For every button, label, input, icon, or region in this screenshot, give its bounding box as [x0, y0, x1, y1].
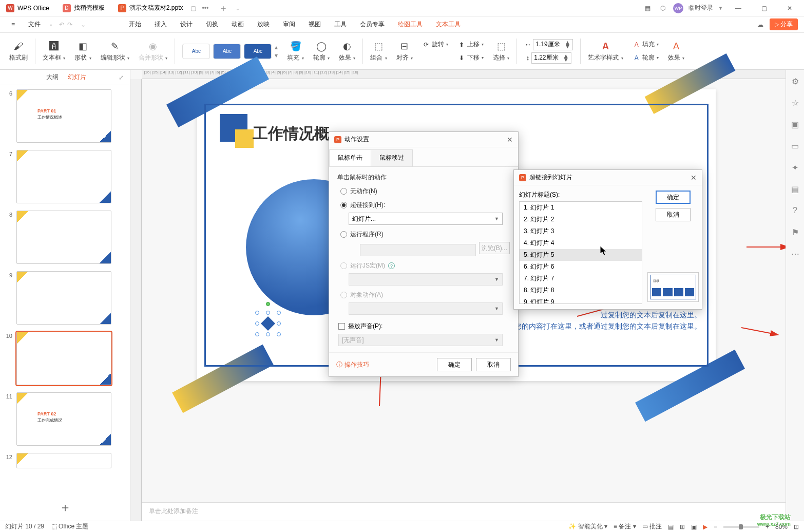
edit-shape-button[interactable]: ✎编辑形状 ▾ — [101, 40, 129, 62]
menu-review[interactable]: 审阅 — [278, 18, 300, 31]
app-tab[interactable]: W WPS Office — [0, 1, 55, 15]
comments-toggle[interactable]: ▭ 批注 — [642, 522, 662, 531]
wordart-button[interactable]: A艺术字样式 ▾ — [588, 40, 623, 62]
qat-caret-icon[interactable]: ⌄ — [81, 21, 86, 28]
list-item[interactable]: 8. 幻灯片 8 — [520, 284, 642, 296]
radio-hyperlink[interactable]: 超链接到(H): — [340, 201, 510, 210]
list-item[interactable]: 2. 幻灯片 2 — [520, 214, 642, 225]
menu-drawing-tools[interactable]: 绘图工具 — [393, 18, 428, 31]
move-down-button[interactable]: ⬇下移 ▾ — [457, 52, 484, 64]
menu-vip[interactable]: 会员专享 — [355, 18, 390, 31]
sidebar-magic-icon[interactable]: ✦ — [790, 162, 800, 173]
tips-link[interactable]: ⓘ操作技巧 — [336, 360, 369, 369]
outline-tab[interactable]: 大纲 — [46, 73, 59, 82]
notes-area[interactable]: 单击此处添加备注 — [142, 502, 786, 521]
format-painter-button[interactable]: 🖌格式刷 — [9, 40, 28, 62]
login-caret-icon[interactable]: ▼ — [718, 6, 723, 11]
thumbnail-11[interactable]: PART 02工作完成情况 — [16, 392, 111, 446]
template-tab[interactable]: D 找稻壳模板 — [56, 1, 111, 15]
menu-start[interactable]: 开始 — [124, 18, 146, 31]
theme-label[interactable]: ⬚Office 主题 — [51, 522, 88, 531]
fit-button[interactable]: ⊡ — [794, 523, 799, 530]
close-button[interactable]: ✕ — [779, 1, 800, 16]
thumbnail-7[interactable] — [16, 150, 111, 203]
view-sorter-icon[interactable]: ⊞ — [680, 523, 685, 530]
hyperlink-combo[interactable]: 幻灯片...▼ — [349, 213, 503, 225]
notes-toggle[interactable]: ≡ 备注 ▾ — [614, 522, 636, 531]
textbox-button[interactable]: 🅰文本框 ▾ — [43, 40, 65, 62]
list-item[interactable]: 7. 幻灯片 7 — [520, 273, 642, 284]
menu-slideshow[interactable]: 放映 — [252, 18, 275, 31]
menu-text-tools[interactable]: 文本工具 — [431, 18, 466, 31]
expand-icon[interactable]: ⤢ — [119, 74, 124, 81]
zoom-slider[interactable] — [723, 526, 759, 528]
sidebar-book-icon[interactable]: ▤ — [790, 184, 800, 194]
menu-animation[interactable]: 动画 — [226, 18, 249, 31]
maximize-button[interactable]: ▢ — [754, 1, 774, 16]
thumbnail-6[interactable]: PART 01工作情况概述 — [16, 89, 111, 143]
add-slide-button[interactable]: ＋ — [0, 494, 130, 521]
list-item-selected[interactable]: 5. 幻灯片 5 — [520, 249, 642, 261]
text-fill-button[interactable]: A填充 ▾ — [633, 39, 659, 51]
redo-icon[interactable]: ↷ — [67, 21, 72, 28]
dialog1-ok-button[interactable]: 确定 — [437, 358, 472, 371]
dialog2-ok-button[interactable]: 确定 — [656, 191, 691, 204]
cloud-icon[interactable]: ☁ — [755, 20, 765, 30]
thumbnail-8[interactable] — [16, 211, 111, 264]
hamburger-icon[interactable]: ≡ — [6, 19, 20, 30]
thumbnail-12[interactable] — [16, 453, 111, 468]
dialog-titlebar[interactable]: P 动作设置 ✕ — [329, 132, 518, 147]
new-tab-button[interactable]: ＋ — [216, 2, 231, 14]
dialog2-titlebar[interactable]: P 超链接到幻灯片 ✕ — [514, 170, 702, 185]
view-reading-icon[interactable]: ▣ — [691, 523, 697, 530]
login-label[interactable]: 临时登录 — [688, 4, 713, 12]
sidebar-screen-icon[interactable]: ▭ — [790, 141, 800, 151]
text-outline-button[interactable]: A轮廓 ▾ — [633, 52, 659, 64]
sidebar-feedback-icon[interactable]: ⚑ — [790, 227, 800, 237]
dialog2-close-button[interactable]: ✕ — [691, 174, 697, 182]
style-down-icon[interactable]: ▾ — [275, 52, 278, 59]
select-button[interactable]: ⬚选择 ▾ — [493, 40, 509, 62]
avatar[interactable]: WP — [673, 3, 683, 13]
tab-close-icon[interactable]: ••• — [202, 5, 209, 12]
tab-dropdown-icon[interactable]: ⌄ — [235, 5, 240, 12]
fill-button[interactable]: 🪣填充 ▾ — [287, 40, 303, 62]
minimize-button[interactable]: — — [728, 1, 749, 16]
align-button[interactable]: ⊟对齐 ▾ — [396, 40, 413, 62]
width-input[interactable]: 1.19厘米▲▼ — [533, 39, 573, 50]
sidebar-settings-icon[interactable]: ⚙ — [790, 76, 800, 86]
slideshow-button[interactable]: ▶ — [703, 523, 707, 530]
menu-transition[interactable]: 切换 — [201, 18, 223, 31]
list-item[interactable]: 4. 幻灯片 4 — [520, 237, 642, 249]
help-icon[interactable]: ? — [388, 262, 395, 269]
text-effects-button[interactable]: A效果 ▾ — [668, 40, 684, 62]
tab-mouse-click[interactable]: 鼠标单击 — [329, 149, 371, 166]
sidebar-more-icon[interactable]: ⋯ — [790, 249, 800, 259]
zoom-out-button[interactable]: − — [714, 523, 717, 530]
menu-design[interactable]: 设计 — [175, 18, 198, 31]
height-input[interactable]: 1.22厘米▲▼ — [531, 52, 571, 64]
style-up-icon[interactable]: ▴ — [275, 44, 278, 51]
radio-run-program[interactable]: 运行程序(R) — [340, 230, 510, 239]
zoom-in-button[interactable]: + — [765, 523, 769, 530]
sidebar-help-icon[interactable]: ? — [790, 205, 800, 216]
document-tab[interactable]: P 演示文稿素材2.pptx ▢ ••• — [112, 1, 215, 15]
thumbnail-10[interactable] — [16, 332, 111, 385]
move-up-button[interactable]: ⬆上移 ▾ — [457, 39, 484, 51]
sidebar-star-icon[interactable]: ☆ — [790, 98, 800, 108]
radio-none[interactable]: 无动作(N) — [340, 187, 510, 196]
grid-icon[interactable]: ▦ — [642, 3, 653, 13]
menu-tools[interactable]: 工具 — [329, 18, 352, 31]
list-item[interactable]: 1. 幻灯片 1 — [520, 202, 642, 214]
dialog2-cancel-button[interactable]: 取消 — [656, 208, 691, 221]
list-item[interactable]: 6. 幻灯片 6 — [520, 261, 642, 273]
zoom-level[interactable]: 80% — [775, 523, 788, 530]
thumbnail-9[interactable] — [16, 271, 111, 325]
tab-menu-icon[interactable]: ▢ — [190, 5, 196, 12]
shapes-button[interactable]: ◧形状 ▾ — [74, 40, 91, 62]
list-item[interactable]: 9. 幻灯片 9 — [520, 296, 642, 304]
sidebar-layers-icon[interactable]: ▣ — [790, 119, 800, 129]
file-menu[interactable]: 文件 — [23, 18, 46, 31]
selected-shape[interactable] — [258, 313, 278, 334]
dialog-close-button[interactable]: ✕ — [507, 136, 513, 144]
